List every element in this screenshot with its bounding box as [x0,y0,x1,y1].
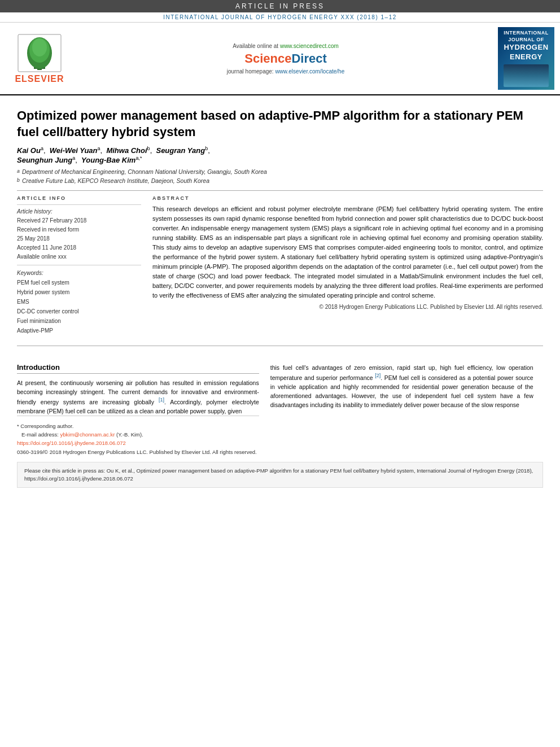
article-info-header: ARTICLE INFO [17,195,141,201]
abstract-col: ABSTRACT This research develops an effic… [152,195,543,335]
authors-line: Kai Oua, Wei-Wei Yuana, Mihwa Choib, Seu… [17,146,543,164]
journal-url[interactable]: www.elsevier.com/locate/he [275,68,344,75]
available-online: Available online xxx [17,252,141,261]
journal-homepage: journal homepage: www.elsevier.com/locat… [227,68,344,75]
abstract-text: This research develops an efficient and … [152,204,543,300]
received-revised-label: Received in revised form [17,225,141,234]
sciencedirect-logo: ScienceDirect [244,51,327,66]
citation-bar: Please cite this article in press as: Ou… [17,462,543,488]
abstract-copyright: © 2018 Hydrogen Energy Publications LLC.… [152,304,543,310]
journal-title-bar: INTERNATIONAL JOURNAL OF HYDROGEN ENERGY… [0,12,560,23]
footnote-area: * Corresponding author. E-mail address: … [17,416,259,456]
article-history-label: Article history: [17,208,141,215]
keywords-label: Keywords: [17,270,141,276]
intro-section-title: Introduction [17,363,259,374]
divider-after-affiliations [17,190,543,191]
keyword-6: Adaptive-PMP [17,326,141,335]
affiliation-a: a Department of Mechanical Engineering, … [17,168,543,177]
svg-point-4 [32,38,47,56]
elsevier-brand-text: ELSEVIER [15,74,64,84]
divider-before-intro [17,346,543,346]
keyword-3: EMS [17,297,141,307]
header-area: ELSEVIER Available online at www.science… [0,23,560,95]
intro-right-col: this fuel cell's advantages of zero emis… [270,363,533,456]
keyword-2: Hybrid power system [17,287,141,297]
doi-link: https://doi.org/10.1016/j.ijhydene.2018.… [17,439,259,447]
bottom-copyright: 0360-3199/© 2018 Hydrogen Energy Publica… [17,448,259,456]
sciencedirect-url[interactable]: www.sciencedirect.com [280,43,339,49]
hydrogen-cover: INTERNATIONALJOURNAL OFHYDROGENENERGY [498,27,554,90]
paper-title: Optimized power management based on adap… [17,108,543,140]
received-date: Received 27 February 2018 [17,216,141,225]
main-content: Optimized power management based on adap… [0,95,560,493]
affiliations: a Department of Mechanical Engineering, … [17,168,543,186]
keyword-5: Fuel minimization [17,316,141,326]
abstract-header: ABSTRACT [152,195,543,201]
elsevier-logo: ELSEVIER [6,27,73,90]
article-info-col: ARTICLE INFO Article history: Received 2… [17,195,141,335]
available-online-text: Available online at www.sciencedirect.co… [233,43,339,49]
keyword-4: DC-DC converter control [17,307,141,316]
affiliation-b: b Creative Future Lab, KEPCO Research In… [17,177,543,186]
corresponding-author-note: * Corresponding author. [17,422,259,430]
email-link[interactable]: ybkim@chonnam.ac.kr [60,431,115,438]
revised-date: 25 May 2018 [17,234,141,243]
intro-section-title-wrapper: Introduction At present, the continuousl… [17,363,259,416]
intro-right-text: this fuel cell's advantages of zero emis… [270,363,533,410]
cover-title: INTERNATIONALJOURNAL OFHYDROGENENERGY [504,30,548,62]
article-in-press-banner: ARTICLE IN PRESS [0,0,560,12]
article-info-abstract: ARTICLE INFO Article history: Received 2… [17,195,543,335]
intro-left-text: At present, the continuously worsening a… [17,378,259,416]
accepted-date: Accepted 11 June 2018 [17,243,141,252]
keyword-1: PEM fuel cell system [17,278,141,287]
introduction-section: Introduction At present, the continuousl… [17,357,543,456]
intro-left-col: Introduction At present, the continuousl… [17,363,259,456]
email-note: E-mail address: ybkim@chonnam.ac.kr (Y.-… [17,430,259,439]
header-middle: Available online at www.sciencedirect.co… [79,27,492,90]
